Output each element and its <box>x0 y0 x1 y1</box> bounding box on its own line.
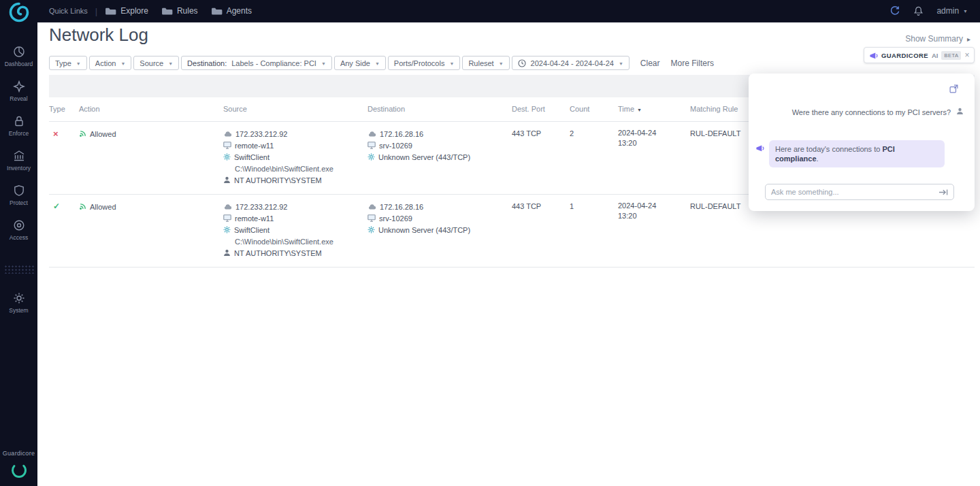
sidebar-item-label: Access <box>10 234 28 241</box>
filter-action[interactable]: Action ▼ <box>89 56 132 70</box>
connection-established-icon: ✓ <box>49 201 79 212</box>
sidebar-item-enforce[interactable]: Enforce <box>0 115 37 137</box>
user-menu[interactable]: admin ▼ <box>936 6 968 16</box>
destination-cell: 172.16.28.16 srv-10269 Unknown Server (4… <box>368 201 512 236</box>
guardicore-spinner-icon <box>10 461 28 479</box>
chevron-down-icon: ▼ <box>168 61 173 66</box>
action-label: Allowed <box>90 203 116 211</box>
source-host[interactable]: remote-w11 <box>223 140 368 151</box>
column-header-type[interactable]: Type <box>49 105 79 113</box>
sort-desc-icon: ▼ <box>637 108 642 112</box>
sidebar: Dashboard Reveal Enforce Inventory Prote… <box>0 0 37 486</box>
sidebar-item-dashboard[interactable]: Dashboard <box>0 46 37 67</box>
action-cell: Allowed <box>79 128 223 140</box>
gear-icon <box>13 292 25 304</box>
bell-icon[interactable] <box>913 5 924 16</box>
topbar-item-explore[interactable]: Explore <box>105 6 148 16</box>
guardicore-ai-badge[interactable]: GUARDICORE AI BETA × <box>864 47 975 63</box>
clock-icon <box>518 59 526 67</box>
destination-ip[interactable]: 172.16.28.16 <box>368 128 512 140</box>
column-header-destination[interactable]: Destination <box>368 105 512 113</box>
source-process[interactable]: SwiftClient <box>223 151 368 163</box>
topbar-nav: Explore Rules Agents <box>105 6 252 16</box>
more-filters-link[interactable]: More Filters <box>671 59 714 68</box>
filter-ruleset[interactable]: Ruleset ▼ <box>462 56 509 70</box>
clear-filters-link[interactable]: Clear <box>640 59 660 68</box>
filter-ports-protocols[interactable]: Ports/Protocols ▼ <box>388 56 461 70</box>
guardicore-logo-icon[interactable] <box>9 2 29 22</box>
sidebar-bottom: Guardicore <box>3 450 35 479</box>
sidebar-item-label: Reveal <box>10 95 27 102</box>
send-icon[interactable] <box>938 189 948 196</box>
cloud-icon <box>368 131 376 137</box>
destination-ip[interactable]: 172.16.28.16 <box>368 201 512 212</box>
filter-destination[interactable]: Destination: Labels - Compliance: PCI ▼ <box>181 56 332 70</box>
close-icon[interactable]: × <box>964 51 969 59</box>
destination-cell: 172.16.28.16 srv-10269 Unknown Server (4… <box>368 128 512 163</box>
topbar-item-label: Explore <box>120 6 148 16</box>
time-cell: 2024-04-24 13:20 <box>618 128 690 148</box>
filter-source[interactable]: Source ▼ <box>133 56 179 70</box>
show-summary-link[interactable]: Show Summary ▸ <box>905 34 970 44</box>
sidebar-item-protect[interactable]: Protect <box>0 184 37 206</box>
source-cell: 172.233.212.92 remote-w11 SwiftClient C:… <box>223 128 368 186</box>
destination-service[interactable]: Unknown Server (443/TCP) <box>368 224 512 236</box>
beta-badge: BETA <box>941 51 961 60</box>
ai-badge-brand: GUARDICORE <box>881 52 928 59</box>
column-header-count[interactable]: Count <box>570 105 618 113</box>
sidebar-dots-decoration <box>4 265 34 274</box>
action-label: Allowed <box>90 130 116 138</box>
user-avatar-icon <box>956 108 964 115</box>
ai-horn-icon <box>755 144 764 152</box>
ai-message[interactable]: Here are today's connections to PCI comp… <box>769 140 945 167</box>
destination-service[interactable]: Unknown Server (443/TCP) <box>368 151 512 163</box>
allowed-signal-icon <box>79 203 86 210</box>
folder-icon <box>105 7 116 16</box>
source-process-path: C:\Winode\bin\SwiftClient.exe <box>223 236 368 247</box>
ai-input[interactable] <box>771 188 934 196</box>
cloud-icon <box>223 131 232 137</box>
chevron-down-icon: ▼ <box>321 61 326 66</box>
connection-failed-icon: × <box>49 128 79 140</box>
quick-links-label[interactable]: Quick Links <box>49 7 88 15</box>
cloud-icon <box>223 204 232 210</box>
refresh-icon[interactable] <box>889 5 900 16</box>
chevron-down-icon: ▼ <box>499 61 504 66</box>
filter-type[interactable]: Type ▼ <box>49 56 87 70</box>
topbar-item-agents[interactable]: Agents <box>211 6 252 16</box>
sidebar-item-system[interactable]: System <box>0 292 37 314</box>
monitor-icon <box>223 142 231 149</box>
source-host[interactable]: remote-w11 <box>223 212 368 224</box>
chevron-down-icon: ▼ <box>449 61 454 66</box>
filter-destination-value: Labels - Compliance: PCI <box>231 59 316 67</box>
source-ip[interactable]: 172.233.212.92 <box>223 201 368 212</box>
sidebar-item-label: System <box>9 307 28 314</box>
ai-message-row: Here are today's connections to PCI comp… <box>755 140 945 167</box>
destination-host[interactable]: srv-10269 <box>368 140 512 151</box>
topbar-item-label: Rules <box>177 6 198 16</box>
user-message-row: Were there any connections to my PCI ser… <box>776 108 964 117</box>
process-gear-icon <box>223 226 231 233</box>
service-gear-icon <box>368 153 375 161</box>
column-header-source[interactable]: Source <box>223 105 368 113</box>
user-message: Were there any connections to my PCI ser… <box>792 108 951 117</box>
source-process[interactable]: SwiftClient <box>223 224 368 236</box>
sidebar-item-access[interactable]: Access <box>0 219 37 241</box>
chevron-down-icon: ▼ <box>619 61 623 66</box>
sidebar-item-inventory[interactable]: Inventory <box>0 150 37 172</box>
destination-host[interactable]: srv-10269 <box>368 212 512 224</box>
topbar-item-rules[interactable]: Rules <box>161 6 198 16</box>
sidebar-item-reveal[interactable]: Reveal <box>0 80 37 102</box>
chevron-down-icon: ▼ <box>76 61 81 66</box>
filter-destination-label: Destination: <box>187 59 227 67</box>
chevron-down-icon: ▼ <box>120 61 125 66</box>
filter-any-side[interactable]: Any Side ▼ <box>334 56 386 70</box>
column-header-action[interactable]: Action <box>79 105 223 113</box>
filter-date-range[interactable]: 2024-04-24 - 2024-04-24 ▼ <box>512 56 630 70</box>
column-header-dest-port[interactable]: Dest. Port <box>512 105 570 113</box>
column-header-time[interactable]: Time ▼ <box>618 105 690 113</box>
expand-icon[interactable] <box>949 84 958 93</box>
source-ip[interactable]: 172.233.212.92 <box>223 128 368 140</box>
user-icon <box>223 249 231 257</box>
folder-icon <box>211 7 223 16</box>
